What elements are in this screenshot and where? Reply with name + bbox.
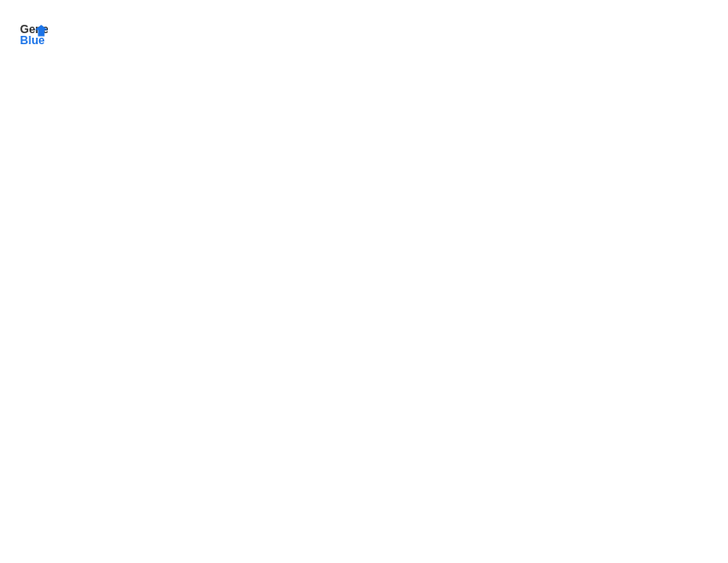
logo-icon: General Blue [18, 18, 48, 48]
logo: General Blue [18, 18, 48, 48]
header: General Blue [18, 18, 710, 48]
